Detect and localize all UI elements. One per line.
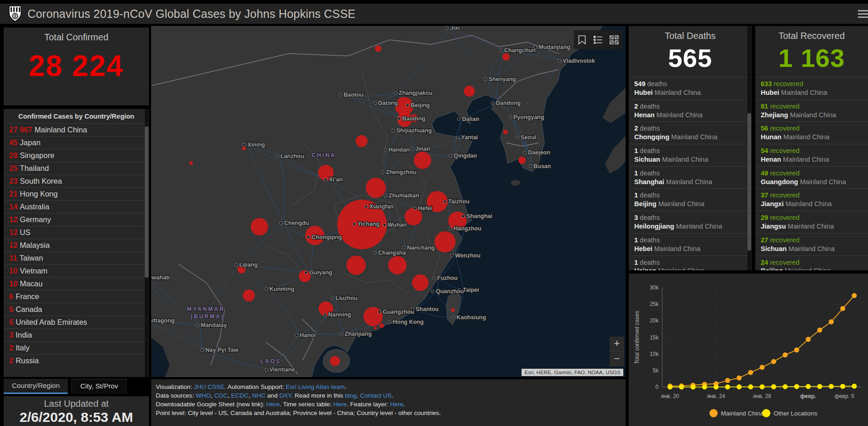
case-bubble[interactable]: [251, 218, 268, 235]
region-row[interactable]: 28Singapore: [4, 149, 149, 162]
data-point[interactable]: [725, 378, 730, 383]
tab-city-stprov[interactable]: City, St/Prov: [71, 379, 126, 394]
case-bubble[interactable]: [375, 45, 381, 52]
region-row[interactable]: 5United Arab Emirates: [4, 316, 149, 328]
region-row[interactable]: 10Vietnam: [4, 264, 149, 277]
region-row[interactable]: 5Canada: [4, 303, 149, 316]
bookmark-icon[interactable]: [576, 34, 588, 46]
data-point[interactable]: [736, 376, 742, 381]
credits-link[interactable]: Contact US: [360, 392, 392, 399]
region-row[interactable]: 27 967Mainland China: [4, 123, 149, 136]
case-bubble[interactable]: [330, 356, 340, 366]
scrollbar[interactable]: [747, 26, 751, 270]
data-point[interactable]: [817, 328, 822, 333]
deaths-row[interactable]: 1 deathsSichuan Mainland China: [629, 144, 752, 166]
data-point[interactable]: [829, 319, 834, 324]
region-row[interactable]: 23South Korea: [4, 175, 149, 187]
region-row[interactable]: 2Russia: [4, 354, 149, 367]
credits-link[interactable]: JHU CSSE: [194, 383, 225, 390]
case-bubble[interactable]: [366, 178, 386, 198]
region-row[interactable]: 12US: [4, 226, 149, 239]
data-point[interactable]: [760, 384, 765, 389]
data-point[interactable]: [806, 337, 811, 342]
recovered-row[interactable]: 49 recoveredGuangdong Mainland China: [755, 166, 868, 189]
data-point[interactable]: [829, 384, 834, 389]
data-point[interactable]: [748, 370, 753, 375]
region-row[interactable]: 6France: [4, 290, 149, 303]
credits-link[interactable]: Here: [266, 401, 280, 408]
region-row[interactable]: 14Australia: [4, 200, 149, 213]
world-map[interactable]: JixiMudanjiangChangchunVladivostokShenya…: [151, 26, 626, 377]
credits-link[interactable]: blog: [345, 392, 357, 399]
recovered-row[interactable]: 24 recoveredBeijing Mainland China: [755, 256, 868, 271]
case-bubble[interactable]: [363, 307, 383, 326]
deaths-row[interactable]: 1 deathsHainan Mainland China: [629, 256, 752, 271]
case-bubble[interactable]: [189, 161, 193, 165]
credits-link[interactable]: ECDC: [231, 392, 248, 399]
credits-link[interactable]: DXY: [279, 392, 291, 399]
recovered-row[interactable]: 56 recoveredHunan Mainland China: [755, 121, 868, 144]
region-row[interactable]: 21Hong Kong: [4, 187, 149, 200]
case-bubble[interactable]: [451, 308, 455, 312]
credits-link[interactable]: Here: [333, 401, 346, 408]
data-point[interactable]: [852, 384, 857, 389]
zoom-out-button[interactable]: −: [610, 352, 624, 366]
data-point[interactable]: [702, 384, 707, 389]
region-row[interactable]: 10Macau: [4, 277, 149, 290]
recovered-row[interactable]: 29 recoveredJiangsu Mainland China: [755, 211, 868, 233]
data-point[interactable]: [771, 384, 776, 389]
data-point[interactable]: [771, 359, 776, 364]
case-bubble[interactable]: [502, 53, 510, 60]
deaths-row[interactable]: 2 deathsHenan Mainland China: [629, 99, 752, 122]
recovered-row[interactable]: 633 recoveredHubei Mainland China: [755, 77, 868, 99]
case-bubble[interactable]: [518, 157, 526, 164]
data-point[interactable]: [783, 384, 788, 389]
region-row[interactable]: 2Italy: [4, 341, 149, 354]
credits-link[interactable]: NHC: [252, 392, 265, 399]
case-bubble[interactable]: [242, 147, 246, 150]
data-point[interactable]: [840, 384, 845, 389]
data-point[interactable]: [725, 384, 730, 389]
region-row[interactable]: 3India: [4, 328, 149, 341]
case-bubble[interactable]: [379, 323, 384, 328]
deaths-row[interactable]: 549 deathsHubei Mainland China: [629, 77, 752, 99]
data-point[interactable]: [840, 306, 845, 311]
region-row[interactable]: 11Taiwan: [4, 251, 149, 264]
deaths-row[interactable]: 1 deathsBeijing Mainland China: [629, 188, 752, 211]
credits-link[interactable]: CDC: [214, 392, 228, 399]
data-point[interactable]: [794, 384, 799, 389]
case-bubble[interactable]: [412, 274, 429, 291]
deaths-row[interactable]: 1 deathsHebei Mainland China: [629, 233, 752, 256]
data-point[interactable]: [783, 352, 788, 357]
data-point[interactable]: [679, 384, 684, 389]
deaths-row[interactable]: 3 deathsHeilongjiang Mainland China: [629, 211, 752, 233]
zoom-in-button[interactable]: +: [610, 337, 624, 352]
credits-link[interactable]: WHO: [196, 392, 211, 399]
case-bubble[interactable]: [374, 327, 377, 329]
case-bubble[interactable]: [388, 256, 407, 274]
recovered-row[interactable]: 54 recoveredHenan Mainland China: [755, 144, 868, 166]
scrollbar[interactable]: [145, 109, 148, 377]
recovered-row[interactable]: 37 recoveredJiangxi Mainland China: [755, 188, 868, 211]
deaths-row[interactable]: 2 deathsChongqing Mainland China: [629, 121, 752, 144]
data-point[interactable]: [748, 384, 753, 389]
case-bubble[interactable]: [356, 135, 368, 147]
region-row[interactable]: 25Thailand: [4, 162, 149, 175]
data-point[interactable]: [668, 384, 673, 389]
legend-icon[interactable]: [592, 34, 604, 46]
credits-link[interactable]: Esri Living Atlas team: [286, 383, 345, 390]
region-row[interactable]: 12Germany: [4, 213, 149, 226]
case-bubble[interactable]: [414, 152, 431, 169]
recovered-row[interactable]: 81 recoveredZhejiang Mainland China: [755, 99, 868, 122]
region-row[interactable]: 12Malaysia: [4, 239, 149, 251]
basemap-icon[interactable]: [608, 34, 620, 46]
data-point[interactable]: [714, 384, 719, 389]
data-point[interactable]: [760, 365, 765, 370]
case-bubble[interactable]: [434, 231, 456, 252]
deaths-row[interactable]: 1 deathsShanghai Mainland China: [629, 166, 752, 189]
case-bubble[interactable]: [464, 86, 475, 97]
data-point[interactable]: [691, 384, 696, 389]
data-point[interactable]: [817, 384, 822, 389]
case-bubble[interactable]: [243, 289, 255, 301]
data-point[interactable]: [806, 384, 811, 389]
